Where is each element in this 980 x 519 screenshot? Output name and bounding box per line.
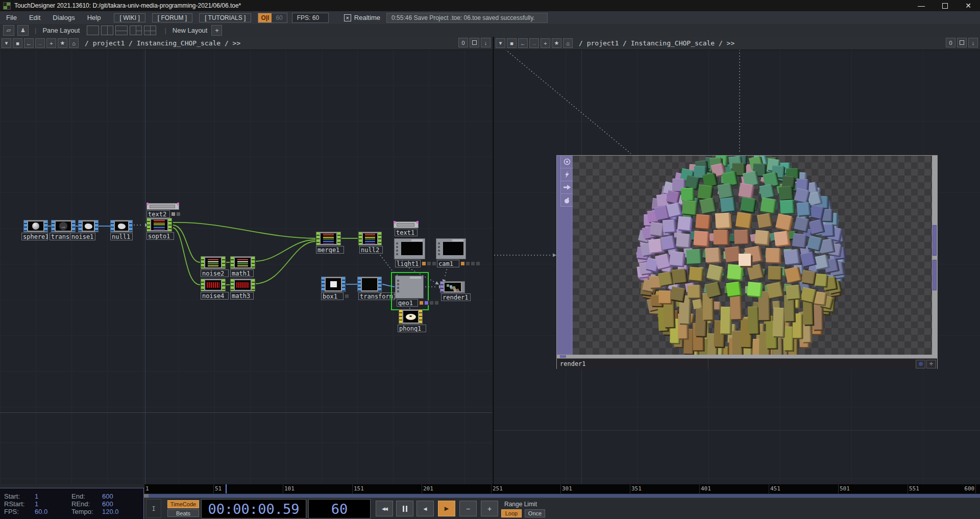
node-body[interactable] — [440, 281, 465, 293]
new-layout-add-button[interactable]: + — [211, 25, 222, 36]
output-connectors[interactable] — [44, 220, 47, 232]
node-body[interactable] — [78, 220, 99, 232]
output-connectors[interactable] — [95, 220, 98, 232]
flag-chip[interactable] — [476, 261, 480, 266]
viewer-add-icon[interactable]: ✛ — [926, 360, 936, 368]
right-pane-maximize-icon[interactable] — [957, 38, 967, 47]
link-button-tutorials[interactable]: [ TUTORIALS ] — [199, 13, 251, 22]
timeline-ruler[interactable]: 151101151201251301351401451501551600 — [144, 484, 980, 493]
bookmark-icon[interactable]: ★ — [552, 38, 561, 48]
output-connectors[interactable] — [222, 257, 225, 268]
node-body[interactable] — [201, 279, 226, 291]
vscroll-thumb[interactable] — [933, 260, 937, 290]
input-connectors[interactable] — [399, 310, 402, 324]
output-connectors[interactable] — [462, 282, 464, 292]
flag-chip[interactable] — [176, 212, 181, 216]
pause-button[interactable] — [396, 501, 413, 516]
output-connectors[interactable] — [168, 218, 172, 231]
flag-chip[interactable] — [460, 261, 465, 266]
node-body[interactable] — [146, 203, 179, 210]
output-connectors[interactable] — [252, 257, 255, 268]
decrement-button[interactable]: − — [459, 501, 477, 516]
input-connectors[interactable] — [358, 277, 361, 291]
playhead[interactable] — [226, 484, 227, 493]
bookmark-icon[interactable]: ★ — [58, 38, 67, 48]
left-pane-split-icon[interactable]: ↓ — [481, 38, 491, 47]
pane-divider[interactable] — [493, 37, 494, 484]
jump-to-start-button[interactable]: ◀◀ — [376, 501, 393, 516]
link-button-wiki[interactable]: [ WIKI ] — [114, 13, 145, 22]
node-body[interactable] — [316, 232, 341, 245]
menu-dialogs[interactable]: Dialogs — [46, 14, 81, 21]
maximize-button[interactable] — [933, 0, 957, 11]
forward-icon[interactable]: → — [529, 38, 539, 48]
input-connectors[interactable] — [147, 218, 150, 231]
pane-layout-single[interactable] — [87, 26, 99, 35]
node-body[interactable] — [146, 218, 172, 232]
flag-chip[interactable] — [434, 301, 439, 305]
flag-chip[interactable] — [419, 301, 424, 305]
node-body[interactable] — [394, 238, 425, 259]
input-connectors[interactable] — [52, 220, 55, 232]
pane-layout-vsplit[interactable] — [101, 26, 113, 35]
input-connectors[interactable] — [201, 279, 204, 291]
flag-chip[interactable] — [171, 212, 176, 216]
fps-indicator[interactable]: FPS: 60 — [292, 13, 329, 23]
menu-help[interactable]: Help — [81, 14, 107, 21]
menu-file[interactable]: File — [0, 14, 23, 21]
node-body[interactable] — [399, 309, 423, 324]
beats-mode-button[interactable]: Beats — [167, 509, 199, 517]
pane-menu-icon[interactable]: ▾ — [496, 38, 505, 48]
flag-chip[interactable] — [424, 301, 429, 305]
output-connectors[interactable] — [252, 279, 255, 291]
viewer-node-name-field[interactable]: render1 — [557, 359, 708, 369]
flag-chip[interactable] — [345, 294, 349, 299]
flag-chip[interactable] — [422, 261, 426, 266]
viewer-hscrollbar[interactable] — [557, 355, 937, 358]
input-connectors[interactable] — [24, 220, 27, 232]
stop-icon[interactable]: ■ — [507, 38, 517, 48]
back-icon[interactable]: ← — [24, 38, 34, 48]
realtime-checkbox[interactable]: × — [344, 14, 351, 21]
target-icon[interactable] — [560, 156, 573, 168]
flag-chip[interactable] — [432, 261, 436, 266]
input-connectors[interactable] — [316, 232, 320, 245]
node-body[interactable]: → — [51, 220, 76, 232]
insert-key-button[interactable]: I — [146, 499, 161, 518]
left-pane-breadcrumb[interactable]: / project1 / Instancing_CHOP_scale / >> — [85, 39, 240, 47]
input-connectors[interactable] — [231, 279, 234, 291]
home-icon[interactable]: ⌂ — [69, 38, 79, 48]
input-connectors[interactable] — [322, 277, 325, 291]
output-connectors[interactable] — [337, 232, 340, 245]
home-icon[interactable]: ⌂ — [563, 38, 573, 48]
play-button[interactable]: ▶ — [438, 501, 455, 516]
output-connectors[interactable] — [378, 277, 381, 291]
step-back-button[interactable]: ◀ — [416, 501, 434, 516]
macro-icon[interactable]: ▱ — [3, 25, 14, 36]
flag-chip[interactable] — [471, 261, 475, 266]
increment-button[interactable]: + — [481, 501, 498, 516]
input-connectors[interactable] — [359, 232, 362, 245]
pane-layout-left-right-split[interactable] — [130, 26, 142, 35]
output-connectors[interactable] — [129, 220, 132, 232]
right-pane-breadcrumb[interactable]: / project1 / Instancing_CHOP_scale / >> — [579, 39, 734, 47]
pane-layout-hsplit[interactable] — [115, 26, 128, 35]
flag-chip[interactable] — [427, 261, 431, 266]
vscroll-thumb[interactable] — [933, 225, 937, 256]
node-body[interactable] — [201, 256, 226, 269]
flag-chip[interactable] — [465, 261, 470, 266]
output-connectors[interactable] — [72, 220, 75, 232]
loop-button[interactable]: Loop — [501, 509, 522, 517]
forward-icon[interactable]: → — [35, 38, 45, 48]
bomb-icon[interactable] — [560, 194, 573, 207]
input-connectors[interactable] — [231, 257, 234, 268]
node-body[interactable] — [23, 220, 48, 232]
oi-toggle-button[interactable]: O|I — [258, 13, 272, 22]
input-connectors[interactable] — [440, 282, 444, 292]
node-body[interactable] — [358, 232, 382, 245]
left-pane-maximize-icon[interactable] — [470, 38, 479, 47]
pane-menu-icon[interactable]: ▾ — [2, 38, 11, 48]
close-button[interactable]: ✕ — [957, 0, 980, 11]
node-body[interactable] — [110, 220, 133, 232]
output-connectors[interactable] — [378, 232, 381, 245]
